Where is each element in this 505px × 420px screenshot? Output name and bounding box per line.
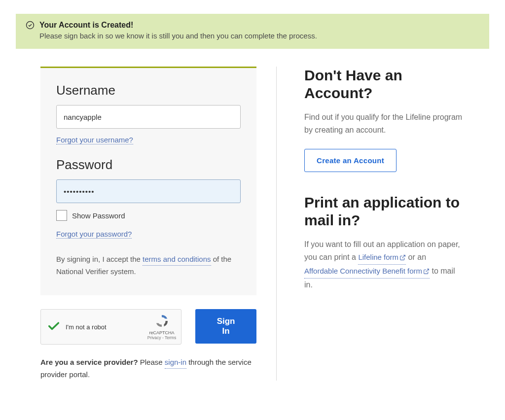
sign-in-button[interactable]: Sign In (195, 309, 256, 344)
recaptcha-label: I'm not a robot (66, 323, 147, 331)
show-password-label: Show Password (72, 211, 125, 220)
acp-form-link[interactable]: Affordable Connectivity Benefit form (304, 265, 430, 279)
alert-title: Your Account is Created! (39, 21, 475, 30)
username-input[interactable] (56, 105, 241, 129)
terms-conditions-link[interactable]: terms and conditions (143, 253, 211, 266)
show-password-checkbox[interactable] (56, 210, 67, 221)
checkmark-icon (47, 319, 61, 335)
provider-signin-link[interactable]: sign-in (165, 356, 186, 369)
provider-text: Are you a service provider? Please sign-… (40, 356, 256, 381)
login-card: Username Forgot your username? Password … (40, 67, 256, 295)
password-input[interactable] (56, 179, 241, 203)
recaptcha-brand: reCAPTCHA Privacy - Terms (147, 314, 176, 340)
external-link-icon (399, 252, 406, 264)
recaptcha-icon (154, 314, 169, 328)
username-label: Username (56, 83, 241, 98)
svg-point-0 (27, 22, 34, 29)
forgot-password-link[interactable]: Forgot your password? (56, 230, 132, 239)
lifeline-form-link[interactable]: Lifeline form (358, 251, 406, 265)
svg-line-2 (426, 269, 429, 272)
print-text: If you want to fill out an application o… (304, 238, 465, 291)
print-mid: or an (406, 253, 426, 261)
provider-question: Are you a service provider? (40, 358, 138, 366)
password-label: Password (56, 157, 241, 173)
provider-prefix: Please (138, 358, 165, 366)
no-account-text: Find out if you qualify for the Lifeline… (304, 111, 465, 136)
create-account-button[interactable]: Create an Account (304, 149, 397, 172)
alert-text: Please sign back in so we know it is sti… (39, 32, 475, 40)
svg-line-1 (402, 255, 405, 258)
check-circle-icon (26, 21, 35, 32)
recaptcha-widget[interactable]: I'm not a robot reCAPTCHA Privacy - Term… (40, 309, 181, 345)
terms-prefix: By signing in, I accept the (56, 255, 143, 263)
success-alert: Your Account is Created! Please sign bac… (16, 14, 489, 49)
external-link-icon (423, 266, 430, 278)
print-heading: Print an application to mail in? (304, 194, 465, 229)
no-account-heading: Don't Have an Account? (304, 67, 465, 102)
forgot-username-link[interactable]: Forgot your username? (56, 136, 133, 144)
terms-text: By signing in, I accept the terms and co… (56, 253, 241, 278)
